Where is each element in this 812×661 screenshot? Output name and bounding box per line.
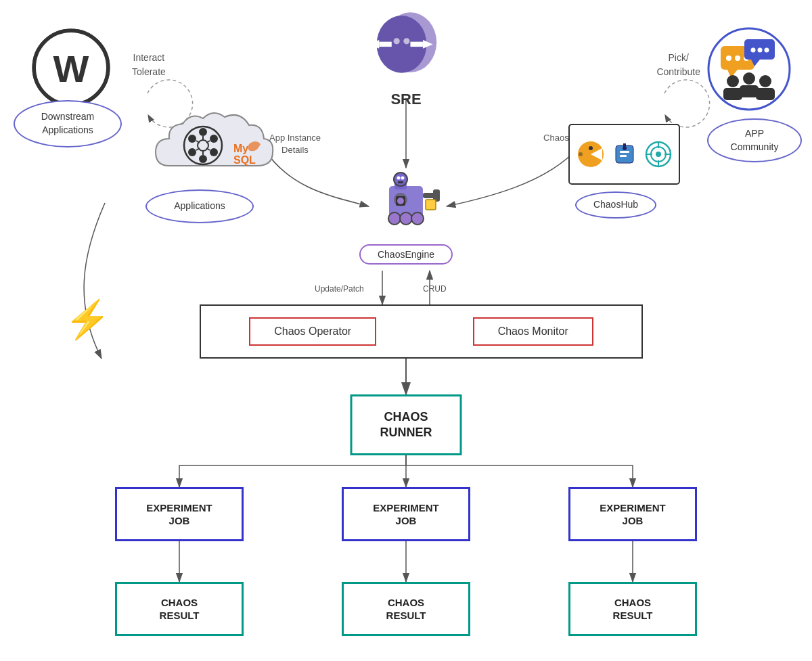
experiment-job-center: EXPERIMENT JOB [342,487,470,541]
svg-point-85 [397,198,404,204]
svg-point-37 [759,75,771,87]
app-community-ellipse: APP Community [707,118,802,162]
chaoshub-icon-box [568,124,680,185]
applications-ellipse: Applications [145,189,254,223]
update-patch-text: Update/Patch [315,284,364,294]
svg-point-42 [210,148,218,156]
svg-point-73 [394,173,407,186]
svg-text:SQL: SQL [233,154,256,166]
chaos-result-right: CHAOS RESULT [568,582,697,636]
chaosengine-label: ChaosEngine [359,244,453,265]
crud-text: CRUD [423,284,447,294]
svg-text:W: W [53,47,89,90]
svg-rect-60 [620,151,629,153]
interact-tolerate-text: Interact Tolerate [132,51,166,79]
wordpress-icon-container: W [30,27,112,108]
svg-point-44 [188,148,196,156]
svg-point-57 [589,146,593,150]
svg-point-35 [743,72,755,85]
svg-point-25 [726,55,731,61]
svg-rect-61 [620,155,627,157]
chaos-result-left: CHAOS RESULT [115,582,244,636]
pick-contribute-text: Pick/ Contribute [656,51,700,79]
svg-rect-82 [426,200,436,210]
svg-point-21 [403,38,409,44]
svg-point-32 [765,48,769,53]
app-community-icon [707,27,792,112]
svg-text:My: My [233,143,248,154]
app-instance-text: App Instance Details [269,132,321,156]
chaos-result-center: CHAOS RESULT [342,582,470,636]
chaoshub-ellipse: ChaosHub [575,191,656,219]
svg-marker-18 [369,40,380,49]
svg-point-33 [727,75,739,87]
svg-point-75 [401,177,405,180]
svg-rect-19 [379,42,391,47]
chaos-runner-box: CHAOS RUNNER [351,394,462,455]
svg-rect-34 [723,88,742,100]
sre-icon [365,7,447,88]
svg-point-40 [199,128,207,136]
svg-point-81 [411,212,424,225]
architecture-diagram: W Interact Tolerate Downstream Applicati… [0,0,812,661]
svg-point-74 [397,177,401,180]
cloud-icon: My SQL [149,105,277,186]
experiment-job-right: EXPERIMENT JOB [568,487,697,541]
chaoshub-icon1 [577,140,605,168]
downstream-ellipse: Downstream Applications [14,100,122,147]
cloud-container: My SQL [149,105,277,186]
svg-point-45 [188,135,196,143]
svg-rect-38 [756,88,775,100]
sre-label: SRE [390,91,421,108]
chaoshub-label: ChaosHub [575,191,656,219]
downstream-applications: Downstream Applications [14,100,122,147]
svg-rect-36 [740,85,759,97]
svg-point-41 [210,135,218,143]
svg-rect-76 [398,181,403,183]
wordpress-icon: W [30,27,112,108]
svg-point-20 [394,38,400,44]
app-community-icon-container [707,27,792,112]
applications-label: Applications [145,189,254,223]
chaos-monitor-box: Chaos Monitor [473,317,593,346]
svg-point-58 [579,152,583,156]
chaosengine-container: ChaosEngine [359,166,453,265]
svg-point-66 [656,152,661,157]
lightning-icon: ⚡ [64,298,111,342]
experiment-job-left: EXPERIMENT JOB [115,487,244,541]
svg-point-79 [388,212,401,225]
svg-point-31 [758,48,763,53]
svg-rect-63 [623,143,626,148]
svg-point-43 [199,155,207,163]
chaosengine-robot-icon [369,166,443,240]
svg-point-80 [400,212,412,225]
chaos-operator-box: Chaos Operator [249,317,376,346]
chaoshub-icon3 [644,140,673,168]
chaos-runner-text: CHAOS RUNNER [380,409,432,441]
svg-point-26 [735,55,740,61]
svg-rect-17 [410,42,422,47]
chaoshub-icon2 [610,140,639,168]
sre-container: SRE [362,7,450,108]
app-community-label: APP Community [707,118,802,162]
svg-point-30 [751,48,756,53]
operator-monitor-box: Chaos Operator Chaos Monitor [200,304,643,359]
